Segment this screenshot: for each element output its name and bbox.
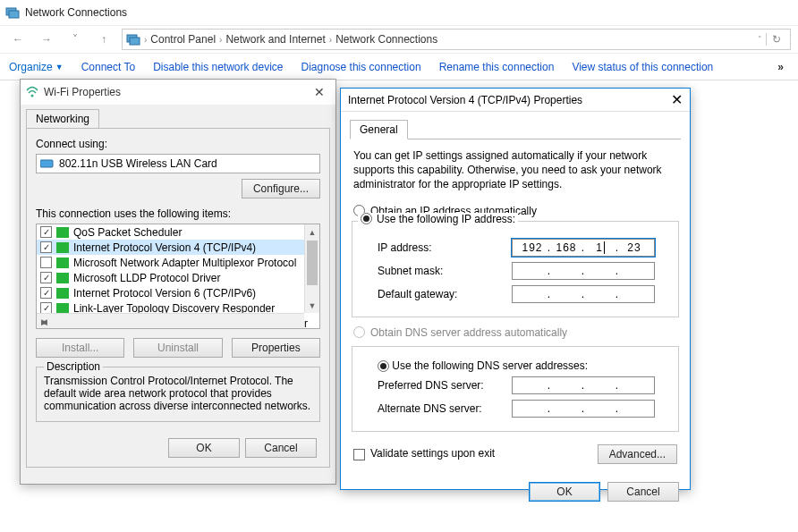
diagnose-link[interactable]: Diagnose this connection — [301, 61, 421, 73]
nav-back-button[interactable]: ← — [7, 29, 29, 50]
list-item-label: Internet Protocol Version 4 (TCP/IPv4) — [73, 241, 256, 254]
scroll-right-arrow[interactable]: ▶ — [37, 314, 52, 329]
list-item[interactable]: Microsoft Network Adapter Multiplexor Pr… — [37, 255, 319, 270]
description-text: Transmission Control Protocol/Internet P… — [44, 375, 312, 412]
overflow-button[interactable]: » — [772, 61, 789, 73]
alternate-dns-input[interactable]: ... — [512, 400, 655, 418]
close-button[interactable]: ✕ — [309, 85, 330, 99]
wifi-properties-dialog: Wi-Fi Properties ✕ Networking Connect us… — [20, 79, 336, 485]
close-button[interactable]: ✕ — [671, 91, 683, 108]
refresh-button[interactable]: ↻ — [766, 33, 786, 46]
checkbox-icon[interactable]: ✓ — [40, 241, 52, 253]
ip-address-label: IP address: — [378, 241, 512, 254]
svg-rect-5 — [40, 160, 53, 167]
scroll-up-arrow[interactable]: ▲ — [305, 224, 319, 240]
breadcrumb-item[interactable]: Network and Internet — [225, 33, 325, 46]
adapter-name: 802.11n USB Wireless LAN Card — [59, 157, 217, 170]
ip-octet: 23 — [620, 241, 649, 254]
list-item[interactable]: ✓QoS Packet Scheduler — [37, 224, 319, 240]
use-following-dns-radio[interactable]: Use the following DNS server addresses: — [378, 359, 669, 372]
connection-items-list[interactable]: ✓QoS Packet Scheduler✓Internet Protocol … — [36, 224, 320, 329]
list-item[interactable]: ✓Microsoft LLDP Protocol Driver — [37, 270, 319, 285]
subnet-mask-input[interactable]: ... — [512, 262, 655, 280]
chevron-right-icon[interactable]: › — [329, 35, 332, 45]
dialog-title: Internet Protocol Version 4 (TCP/IPv4) P… — [348, 94, 582, 106]
default-gateway-label: Default gateway: — [378, 288, 512, 300]
alternate-dns-label: Alternate DNS server: — [378, 402, 512, 415]
dialog-titlebar[interactable]: Internet Protocol Version 4 (TCP/IPv4) P… — [341, 89, 690, 112]
horizontal-scrollbar[interactable]: ◀ ▶ — [37, 313, 304, 328]
chevron-down-icon: ▼ — [55, 63, 64, 72]
network-icon — [126, 32, 140, 46]
connect-using-label: Connect using: — [36, 138, 320, 150]
list-item[interactable]: ✓Internet Protocol Version 4 (TCP/IPv4) — [37, 240, 319, 255]
breadcrumb-item[interactable]: Control Panel — [150, 33, 216, 46]
nav-up-button[interactable]: ↑ — [93, 29, 115, 50]
chevron-right-icon[interactable]: › — [144, 35, 147, 45]
checkbox-icon[interactable] — [40, 257, 52, 268]
default-gateway-input[interactable]: ... — [512, 285, 655, 303]
configure-button[interactable]: Configure... — [242, 179, 320, 198]
nav-forward-button[interactable]: → — [36, 29, 57, 50]
cancel-button[interactable]: Cancel — [607, 482, 679, 502]
window-titlebar: Network Connections — [0, 0, 798, 25]
dialog-title: Wi-Fi Properties — [44, 86, 121, 98]
tab-general[interactable]: General — [350, 120, 408, 139]
protocol-icon — [56, 273, 69, 283]
breadcrumb[interactable]: › Control Panel › Network and Internet ›… — [122, 29, 791, 50]
ok-button[interactable]: OK — [529, 482, 600, 502]
obtain-dns-auto-radio: Obtain DNS server address automatically — [350, 325, 681, 341]
rename-link[interactable]: Rename this connection — [439, 61, 555, 73]
vertical-scrollbar[interactable]: ▲ ▼ — [304, 224, 319, 313]
radio-icon — [378, 360, 389, 372]
radio-icon — [353, 326, 365, 338]
description-text: You can get IP settings assigned automat… — [353, 148, 677, 192]
uninstall-button[interactable]: Uninstall — [133, 338, 222, 358]
manual-ip-group: Use the following IP address: IP address… — [352, 221, 679, 317]
radio-label: Obtain DNS server address automatically — [370, 326, 567, 339]
list-item-label: Microsoft Network Adapter Multiplexor Pr… — [73, 257, 296, 269]
view-status-link[interactable]: View status of this connection — [572, 61, 713, 73]
install-button[interactable]: Install... — [36, 338, 124, 358]
disable-device-link[interactable]: Disable this network device — [153, 61, 283, 73]
checkbox-icon[interactable]: ✓ — [40, 287, 52, 299]
subnet-mask-label: Subnet mask: — [378, 265, 512, 277]
protocol-icon — [56, 258, 69, 268]
cancel-button[interactable]: Cancel — [245, 438, 317, 458]
use-following-ip-radio[interactable]: Use the following IP address: — [358, 213, 518, 225]
adapter-icon — [40, 158, 55, 169]
scroll-thumb[interactable] — [307, 241, 318, 285]
checkbox-icon[interactable]: ✓ — [40, 272, 52, 283]
scroll-down-arrow[interactable]: ▼ — [305, 298, 319, 313]
command-bar: Organize ▼ Connect To Disable this netwo… — [0, 54, 798, 80]
protocol-icon — [56, 303, 69, 314]
connect-to-link[interactable]: Connect To — [81, 61, 136, 73]
organize-menu[interactable]: Organize ▼ — [9, 61, 64, 73]
nav-recent-dropdown[interactable]: ˅ — [64, 29, 86, 50]
ok-button[interactable]: OK — [168, 438, 240, 458]
protocol-icon — [56, 288, 69, 299]
breadcrumb-dropdown[interactable]: ˅ — [758, 35, 762, 44]
svg-point-4 — [31, 95, 34, 97]
tcpip-properties-dialog: Internet Protocol Version 4 (TCP/IPv4) P… — [340, 88, 691, 490]
list-item[interactable]: ✓Internet Protocol Version 6 (TCP/IPv6) — [37, 285, 319, 300]
chevron-right-icon[interactable]: › — [219, 35, 222, 45]
tab-networking[interactable]: Networking — [26, 109, 99, 129]
advanced-button[interactable]: Advanced... — [598, 444, 677, 464]
validate-settings-checkbox[interactable]: Validate settings upon exit — [353, 447, 495, 460]
network-icon — [5, 5, 20, 20]
radio-label: Use the following DNS server addresses: — [392, 359, 588, 372]
ip-address-input[interactable]: 192. 168. 1. 23 — [512, 239, 655, 257]
breadcrumb-item[interactable]: Network Connections — [335, 33, 437, 46]
ip-octet: 192 — [518, 241, 547, 254]
preferred-dns-label: Preferred DNS server: — [378, 379, 512, 392]
checkbox-icon[interactable]: ✓ — [40, 226, 52, 238]
properties-button[interactable]: Properties — [232, 338, 320, 358]
ip-octet: 1 — [586, 241, 615, 254]
dialog-titlebar[interactable]: Wi-Fi Properties ✕ — [21, 80, 335, 105]
description-legend: Description — [44, 360, 103, 373]
list-item-label: Microsoft LLDP Protocol Driver — [73, 272, 221, 284]
preferred-dns-input[interactable]: ... — [512, 376, 655, 394]
list-item-label: QoS Packet Scheduler — [73, 226, 182, 239]
protocol-icon — [56, 227, 69, 238]
